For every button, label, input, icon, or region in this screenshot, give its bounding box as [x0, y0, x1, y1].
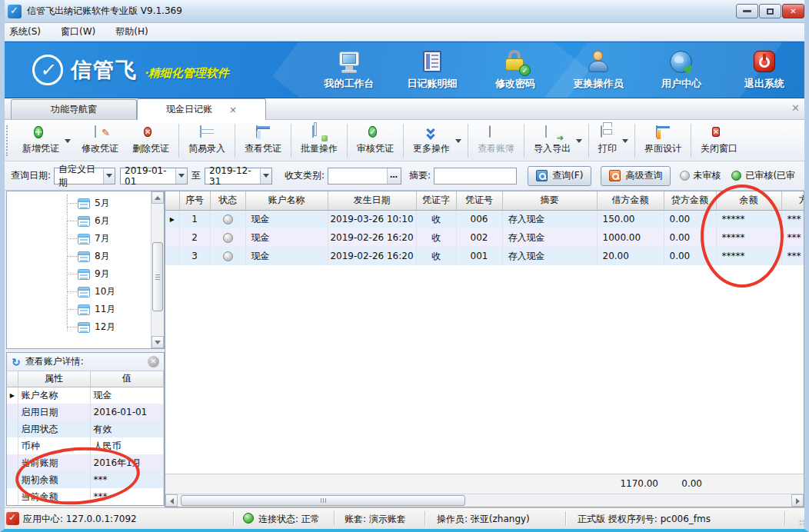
col-direction[interactable]: 方向 — [781, 191, 804, 210]
col-summary[interactable]: 摘要 — [502, 191, 597, 210]
col-date[interactable]: 发生日期 — [328, 191, 416, 210]
cell-voucher-no: 006 — [456, 210, 502, 228]
close-window-button[interactable]: ✕ 关闭窗口 — [694, 122, 744, 159]
tree-item-month[interactable]: 5月 — [7, 195, 151, 212]
hscroll-thumb[interactable] — [181, 495, 465, 506]
query-button[interactable]: 查询(F) — [528, 166, 591, 186]
col-status[interactable]: 状态 — [210, 191, 245, 210]
user-icon — [585, 50, 611, 75]
minimize-button[interactable] — [736, 4, 758, 18]
detail-prop: 期初余额 — [18, 471, 90, 488]
table-row[interactable]: 2 现金 2019-02-26 16:20 收 002 存入现金 1000.00… — [165, 228, 804, 247]
cell-seq: 1 — [179, 210, 210, 228]
tab-strip: 功能导航窗 现金日记账 × ✕ — [0, 98, 809, 120]
banner-action-user-center[interactable]: 用户中心 — [649, 50, 714, 91]
close-button[interactable]: ✕ — [782, 4, 804, 18]
cell-balance: ***** — [716, 210, 781, 228]
detail-row[interactable]: ▶ 账户名称 现金 — [7, 387, 164, 404]
month-sheet-icon — [78, 251, 90, 262]
date-to-picker[interactable]: 2019-12-31 — [205, 168, 272, 185]
more-operations-button[interactable]: 更多操作 — [406, 122, 465, 159]
easy-entry-button[interactable]: 简易录入 — [181, 122, 232, 159]
account-detail-panel: ↻ 查看账户详情: ✕ 属性 值 ▶ 账户名称 现金 — [6, 352, 165, 506]
row-marker: ▶ — [10, 392, 15, 399]
date-mode-select[interactable]: 自定义日期 — [54, 168, 115, 185]
horizontal-scrollbar[interactable] — [165, 494, 804, 507]
scroll-left-icon[interactable] — [165, 494, 178, 507]
tree-item-month[interactable]: 8月 — [7, 248, 151, 265]
tab-cash-journal[interactable]: 现金日记账 × — [137, 98, 266, 120]
journal-icon — [419, 50, 445, 75]
detail-row[interactable]: 启用状态 有效 — [7, 421, 164, 437]
tree-item-month[interactable]: 10月 — [7, 283, 151, 301]
chevron-down-icon — [260, 168, 271, 184]
banner-action-journal-detail[interactable]: 日记账明细 — [400, 50, 464, 91]
ui-design-button[interactable]: 界面设计 — [638, 122, 688, 159]
category-input[interactable]: … — [328, 168, 401, 185]
tree-item-month[interactable]: 9月 — [7, 265, 151, 283]
advanced-query-button[interactable]: 高级查询 — [601, 166, 671, 186]
resize-grip[interactable] — [798, 519, 806, 527]
tab-close-icon[interactable]: × — [229, 105, 237, 115]
tree-item-month[interactable]: 12月 — [7, 318, 151, 336]
banner-action-change-password[interactable]: ✓ 修改密码 — [483, 50, 548, 91]
refresh-icon[interactable]: ↻ — [12, 356, 21, 368]
batch-operation-button[interactable]: 批量操作 — [294, 122, 345, 159]
detail-row[interactable]: 当前账期 2016年1月 — [7, 454, 164, 471]
voucher-toolbar: + 新增凭证 修改凭证 ✕ 删除凭证 简易录入 查看凭证 批量操作 ✓ 审核 — [0, 120, 809, 161]
table-row[interactable]: 3 现金 2019-02-26 16:20 收 001 存入现金 20.00 0… — [165, 247, 804, 265]
panel-close-icon[interactable]: ✕ — [148, 356, 159, 367]
date-from-picker[interactable]: 2019-01-01 — [120, 168, 188, 185]
audit-voucher-button[interactable]: ✓ 审核凭证 — [350, 122, 401, 159]
delete-voucher-button[interactable]: ✕ 删除凭证 — [125, 122, 176, 159]
ellipsis-button[interactable]: … — [387, 168, 401, 184]
tab-function-nav[interactable]: 功能导航窗 — [11, 99, 137, 119]
sidebar: 5月 6月 7月 8月 9月 10月 11月 12月 ↻ — [6, 191, 165, 507]
maximize-button[interactable] — [759, 4, 781, 18]
detail-row[interactable]: 当前余额 *** — [7, 488, 164, 505]
col-debit[interactable]: 借方金额 — [597, 191, 664, 210]
scroll-down-icon[interactable] — [151, 336, 164, 348]
cell-voucher-type: 收 — [416, 228, 456, 247]
print-button[interactable]: 打印 — [591, 122, 632, 159]
menu-window[interactable]: 窗口(W) — [61, 25, 95, 38]
banner-action-exit[interactable]: 退出系统 — [732, 50, 797, 91]
col-seq[interactable]: 序号 — [179, 191, 210, 210]
tree-item-month[interactable]: 6月 — [7, 212, 151, 230]
tabstrip-close-icon[interactable]: ✕ — [791, 102, 800, 114]
window-title: 信管飞出纳记账软件专业版 V9.1.369 — [27, 5, 182, 18]
col-voucher-no[interactable]: 凭证号 — [456, 191, 502, 210]
filter-bar: 查询日期: 自定义日期 2019-01-01 至 2019-12-31 收支类别… — [0, 161, 809, 191]
col-voucher-type[interactable]: 凭证字 — [416, 191, 456, 210]
edit-voucher-button[interactable]: 修改凭证 — [75, 122, 125, 159]
detail-row[interactable]: 期初余额 *** — [7, 471, 164, 488]
detail-row[interactable]: 启用日期 2016-01-01 — [7, 404, 164, 421]
col-credit[interactable]: 贷方金额 — [664, 191, 716, 210]
detail-value: 有效 — [90, 421, 164, 437]
banner-action-switch-operator[interactable]: 更换操作员 — [566, 50, 631, 91]
summary-input[interactable] — [434, 168, 517, 185]
totals-row: 1170.00 0.00 — [165, 474, 804, 494]
cell-status — [210, 228, 245, 247]
add-voucher-icon: + — [34, 126, 43, 138]
scroll-right-icon[interactable] — [791, 494, 804, 507]
col-account[interactable]: 账户名称 — [245, 191, 328, 210]
detail-panel-title: 查看账户详情: — [25, 355, 84, 368]
tree-item-month[interactable]: 11月 — [7, 301, 151, 318]
import-export-button[interactable]: 导入导出 — [527, 122, 586, 159]
col-balance[interactable]: 余额 — [716, 191, 781, 210]
menu-help[interactable]: 帮助(H) — [115, 25, 148, 38]
summary-label: 摘要: — [409, 169, 431, 182]
tree-item-month[interactable]: 7月 — [7, 230, 151, 248]
menu-system[interactable]: 系统(S) — [9, 25, 41, 38]
toolbar-grip — [6, 125, 9, 156]
detail-row[interactable]: 币种 人民币 — [7, 437, 164, 454]
scroll-up-icon[interactable] — [151, 191, 164, 204]
scroll-thumb[interactable] — [152, 242, 163, 311]
table-row[interactable]: ▶ 1 现金 2019-03-26 10:10 收 006 存入现金 150.0… — [165, 210, 804, 228]
view-voucher-button[interactable]: 查看凭证 — [238, 122, 288, 159]
tree-vertical-scrollbar[interactable] — [151, 191, 164, 348]
add-voucher-button[interactable]: + 新增凭证 — [15, 122, 75, 159]
banner-action-workbench[interactable]: 我的工作台 — [317, 50, 381, 91]
account-set-status: 账套: 演示账套 — [345, 513, 406, 526]
